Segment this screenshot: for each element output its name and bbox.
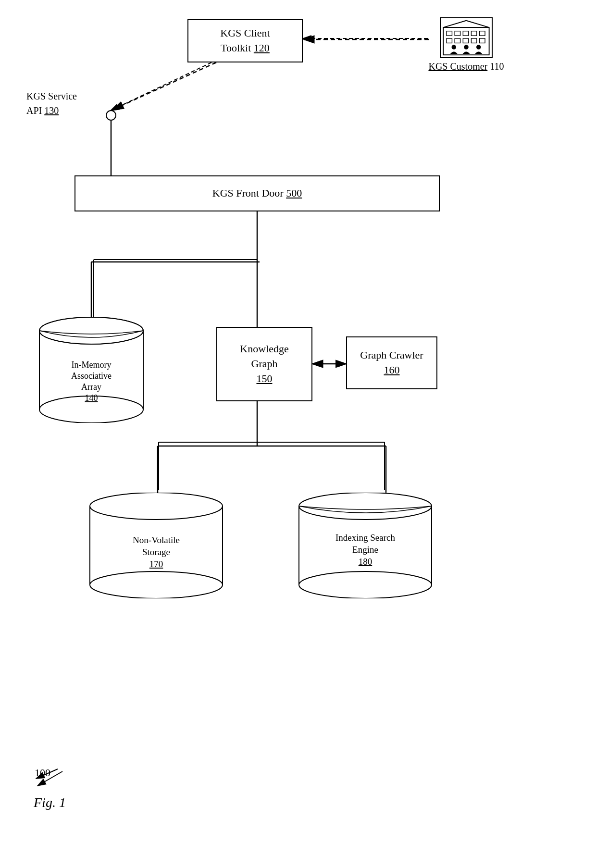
kgs-front-door-box: KGS Front Door 500 <box>74 175 440 211</box>
svg-text:In-Memory: In-Memory <box>72 360 112 370</box>
svg-rect-40 <box>463 38 468 43</box>
kgs-service-api-label: KGS ServiceAPI 130 <box>26 89 77 118</box>
kgs-client-label: KGS ClientToolkit 120 <box>220 26 270 56</box>
diagram: KGS ClientToolkit 120 <box>0 0 596 868</box>
svg-point-43 <box>452 45 457 50</box>
svg-point-45 <box>476 45 481 50</box>
api-circle <box>106 110 116 121</box>
svg-point-60 <box>90 571 223 598</box>
graph-crawler-label: Graph Crawler160 <box>360 348 423 378</box>
customer-icon <box>440 17 493 58</box>
svg-line-1 <box>111 62 211 111</box>
svg-point-44 <box>464 45 469 50</box>
knowledge-graph-label: KnowledgeGraph150 <box>240 342 288 386</box>
svg-rect-32 <box>443 27 489 55</box>
connection-lines <box>0 0 596 868</box>
svg-text:Storage: Storage <box>142 547 170 557</box>
kgs-front-door-label: KGS Front Door 500 <box>212 186 302 201</box>
svg-line-20 <box>113 62 216 110</box>
svg-text:Array: Array <box>81 382 101 392</box>
svg-line-47 <box>466 21 489 27</box>
svg-rect-38 <box>447 38 452 43</box>
svg-text:140: 140 <box>85 393 98 403</box>
svg-text:180: 180 <box>359 557 372 567</box>
svg-text:Associative: Associative <box>71 371 112 381</box>
kgs-customer-label: KGS Customer 110 <box>428 61 504 72</box>
svg-point-64 <box>299 493 432 520</box>
svg-rect-37 <box>480 31 485 36</box>
svg-rect-39 <box>455 38 460 43</box>
svg-rect-33 <box>447 31 452 36</box>
graph-crawler-box: Graph Crawler160 <box>346 336 437 389</box>
svg-line-46 <box>443 21 466 27</box>
svg-rect-35 <box>463 31 468 36</box>
svg-rect-41 <box>471 38 476 43</box>
indexing-cylinder: Indexing Search Engine 180 <box>298 493 433 598</box>
inmemory-cyl-svg: In-Memory Associative Array 140 <box>38 317 144 423</box>
nonvolatile-cylinder: Non-Volatile Storage 170 <box>89 493 224 598</box>
svg-text:Engine: Engine <box>352 545 378 555</box>
svg-text:Non-Volatile: Non-Volatile <box>133 535 180 545</box>
nonvolatile-cyl-svg: Non-Volatile Storage 170 <box>89 493 224 598</box>
kgs-client-toolkit-box: KGS ClientToolkit 120 <box>187 19 303 62</box>
reference-100: 100 <box>35 767 50 779</box>
svg-rect-36 <box>471 31 476 36</box>
svg-point-57 <box>90 493 223 520</box>
kgs-customer-area: KGS Customer 110 <box>428 10 505 72</box>
svg-text:170: 170 <box>149 559 163 569</box>
figure-label: Fig. 1 <box>34 795 66 810</box>
diagram-lines <box>0 0 596 868</box>
svg-point-67 <box>299 571 432 598</box>
indexing-cyl-svg: Indexing Search Engine 180 <box>298 493 433 598</box>
svg-rect-42 <box>480 38 485 43</box>
svg-text:Indexing Search: Indexing Search <box>335 533 395 543</box>
inmemory-cylinder: In-Memory Associative Array 140 <box>38 317 144 423</box>
svg-rect-34 <box>455 31 460 36</box>
knowledge-graph-box: KnowledgeGraph150 <box>216 327 312 401</box>
